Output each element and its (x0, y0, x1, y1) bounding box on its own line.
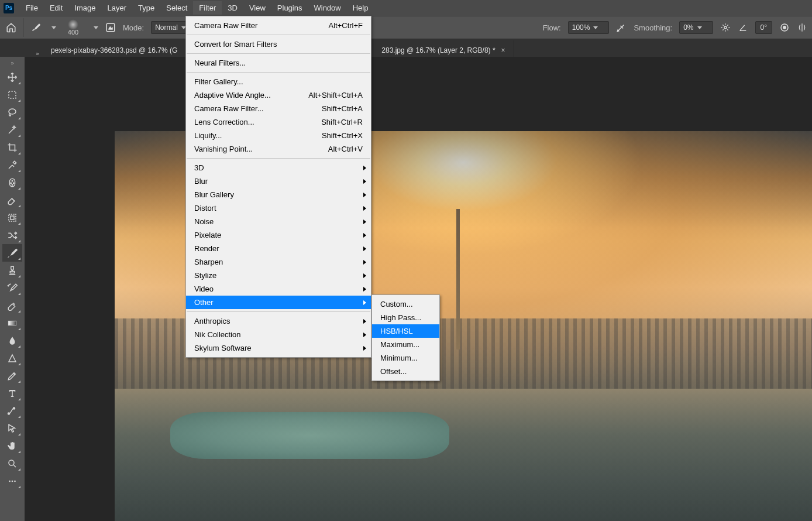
menu-item-blur-gallery[interactable]: Blur Gallery (186, 188, 371, 201)
menu-image[interactable]: Image (68, 1, 101, 15)
menu-item-adaptive-wide-angle[interactable]: Adaptive Wide Angle...Alt+Shift+Ctrl+A (186, 88, 371, 102)
chevron-down-icon[interactable] (51, 26, 56, 29)
svg-point-16 (13, 407, 15, 409)
menu-item-accelerator: Alt+Ctrl+V (328, 145, 363, 153)
pressure-icon[interactable] (779, 22, 790, 33)
menu-item-video[interactable]: Video (186, 282, 371, 296)
angle-input[interactable]: 0° (755, 21, 772, 34)
document-tab[interactable]: pexels-pixabay-366283.psd @ 16.7% (G (43, 40, 186, 57)
healing-tool[interactable] (2, 174, 22, 191)
menu-view[interactable]: View (243, 1, 271, 15)
svg-point-7 (12, 180, 13, 181)
wand-tool[interactable] (2, 121, 22, 139)
menu-item-offset[interactable]: Offset... (372, 365, 439, 378)
menu-item-label: Distort (194, 204, 363, 212)
svg-point-3 (783, 26, 786, 29)
smoothing-input[interactable]: 0% (679, 21, 713, 34)
shuffle-tool[interactable] (2, 227, 22, 244)
blur-tool[interactable] (2, 332, 22, 349)
menu-item-pixelate[interactable]: Pixelate (186, 228, 371, 242)
menu-type[interactable]: Type (132, 1, 160, 15)
direct-select-tool[interactable] (2, 420, 22, 437)
frame-tool[interactable] (2, 209, 22, 227)
menu-item-label: Video (194, 285, 363, 293)
menu-item-minimum[interactable]: Minimum... (372, 351, 439, 365)
menu-item-3d[interactable]: 3D (186, 161, 371, 174)
eyedropper-tool[interactable] (2, 156, 22, 174)
menu-item-lens-correction[interactable]: Lens Correction...Shift+Ctrl+R (186, 115, 371, 129)
menu-item-sharpen[interactable]: Sharpen (186, 255, 371, 269)
menu-item-camera-raw-filter[interactable]: Camera Raw Filter...Shift+Ctrl+A (186, 102, 371, 115)
menu-layer[interactable]: Layer (102, 1, 133, 15)
menu-item-render[interactable]: Render (186, 242, 371, 255)
lasso-tool[interactable] (2, 104, 22, 121)
menu-edit[interactable]: Edit (44, 1, 68, 15)
document-tab[interactable]: 283.jpg @ 16.7% (Layer 2, RGB/8) *× (373, 40, 514, 57)
menu-item-label: Pixelate (194, 231, 363, 239)
menu-item-stylize[interactable]: Stylize (186, 269, 371, 282)
flow-input[interactable]: 100% (568, 21, 610, 34)
menu-item-label: Adaptive Wide Angle... (194, 91, 308, 100)
menu-file[interactable]: File (20, 1, 44, 15)
text-tool[interactable] (2, 385, 22, 402)
angle-icon[interactable] (738, 22, 748, 33)
pen-tool[interactable] (2, 367, 22, 385)
menu-item-label: Custom... (380, 300, 436, 309)
more-tool[interactable] (2, 472, 22, 490)
gradient-tool[interactable] (2, 314, 22, 332)
menu-item-blur[interactable]: Blur (186, 174, 371, 188)
home-button[interactable] (5, 18, 23, 37)
eraser-tool[interactable] (2, 191, 22, 209)
symmetry-icon[interactable] (797, 22, 807, 33)
marquee-tool[interactable] (2, 86, 22, 104)
menu-item-distort[interactable]: Distort (186, 201, 371, 215)
menu-item-custom[interactable]: Custom... (372, 297, 439, 311)
menu-select[interactable]: Select (160, 1, 193, 15)
brush-icon[interactable] (30, 22, 41, 33)
menu-help[interactable]: Help (347, 1, 374, 15)
menu-item-skylum-software[interactable]: Skylum Software (186, 341, 371, 355)
path-tool[interactable] (2, 402, 22, 420)
brush-panel-icon[interactable] (105, 22, 116, 33)
gear-icon[interactable] (720, 22, 731, 33)
toolstrip-expand-icon[interactable]: » (0, 60, 25, 68)
chevron-down-icon[interactable] (94, 26, 98, 29)
menu-item-nik-collection[interactable]: Nik Collection (186, 328, 371, 341)
menu-item-anthropics[interactable]: Anthropics (186, 314, 371, 328)
move-tool[interactable] (2, 68, 22, 86)
submenu-arrow-icon (363, 233, 366, 238)
canvas-area[interactable] (25, 57, 812, 521)
menu-filter[interactable]: Filter (193, 1, 222, 15)
airbrush-icon[interactable] (616, 22, 627, 33)
brush-preview[interactable]: 400 (63, 18, 83, 37)
history-brush-tool[interactable] (2, 279, 22, 297)
menu-item-convert-for-smart-filters[interactable]: Convert for Smart Filters (186, 37, 371, 51)
menu-item-label: Other (194, 298, 363, 307)
eraser-slash-tool[interactable] (2, 297, 22, 314)
dodge-tool[interactable] (2, 349, 22, 367)
menu-item-noise[interactable]: Noise (186, 215, 371, 228)
hand-tool[interactable] (2, 437, 22, 455)
menu-plugins[interactable]: Plugins (271, 1, 308, 15)
zoom-tool[interactable] (2, 455, 22, 472)
menu-window[interactable]: Window (308, 1, 346, 15)
menu-item-high-pass[interactable]: High Pass... (372, 311, 439, 324)
menu-item-filter-gallery[interactable]: Filter Gallery... (186, 75, 371, 88)
menu-item-liquify[interactable]: Liquify...Shift+Ctrl+X (186, 129, 371, 142)
menu-item-hsb-hsl[interactable]: HSB/HSL (372, 324, 439, 338)
menu-item-label: Skylum Software (194, 344, 363, 352)
menu-item-neural-filters[interactable]: Neural Filters... (186, 56, 371, 70)
menu-3d[interactable]: 3D (222, 1, 243, 15)
menu-item-vanishing-point[interactable]: Vanishing Point...Alt+Ctrl+V (186, 142, 371, 156)
svg-point-17 (9, 460, 14, 465)
menu-item-other[interactable]: Other (186, 296, 371, 309)
menu-item-maximum[interactable]: Maximum... (372, 338, 439, 351)
crop-tool[interactable] (2, 139, 22, 156)
svg-point-19 (12, 481, 13, 482)
close-icon[interactable]: × (501, 46, 505, 54)
menu-item-camera-raw-filter[interactable]: Camera Raw FilterAlt+Ctrl+F (186, 19, 371, 32)
tabstrip-expand-icon[interactable]: » (32, 51, 43, 57)
smoothing-label: Smoothing: (634, 23, 672, 32)
stamp-tool[interactable] (2, 262, 22, 279)
brush-tool[interactable] (2, 244, 22, 262)
